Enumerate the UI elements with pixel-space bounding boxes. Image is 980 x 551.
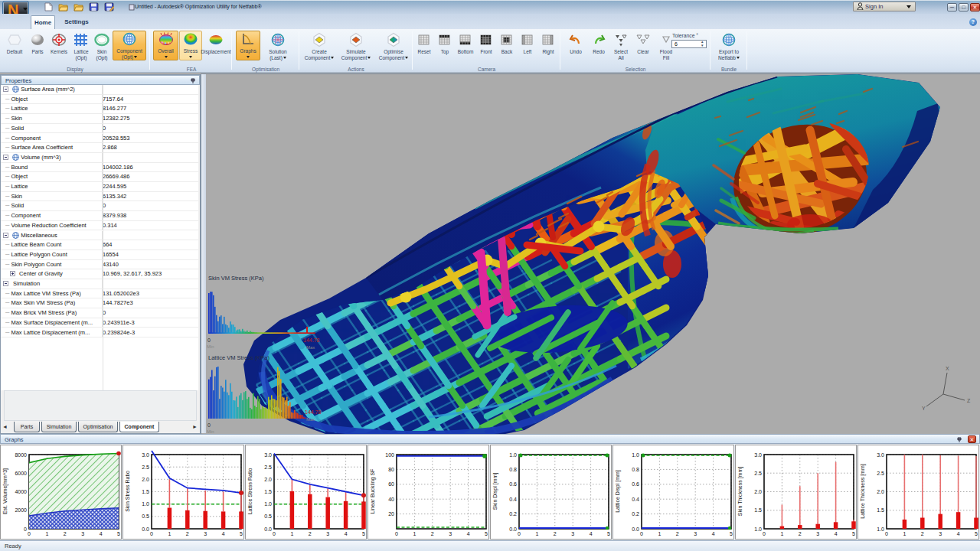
svg-text:0.2: 0.2 bbox=[632, 511, 639, 517]
svg-text:Lattice VM Stress (KPa): Lattice VM Stress (KPa) bbox=[208, 354, 270, 361]
svg-text:3: 3 bbox=[326, 531, 329, 536]
svg-text:5: 5 bbox=[975, 531, 978, 536]
svg-text:2.5: 2.5 bbox=[142, 465, 149, 470]
svg-text:Skin VM Stress (KPa): Skin VM Stress (KPa) bbox=[208, 275, 264, 282]
svg-text:Skin Stress Ratio: Skin Stress Ratio bbox=[125, 471, 130, 512]
svg-text:0: 0 bbox=[207, 337, 211, 343]
svg-text:1.5: 1.5 bbox=[142, 489, 149, 494]
svg-text:Lattice Thickness [mm]: Lattice Thickness [mm] bbox=[860, 464, 866, 519]
svg-text:2.5: 2.5 bbox=[754, 471, 762, 476]
svg-text:2: 2 bbox=[309, 531, 312, 536]
svg-text:1.5: 1.5 bbox=[754, 507, 762, 513]
svg-text:0: 0 bbox=[763, 531, 766, 536]
svg-text:2: 2 bbox=[64, 531, 67, 536]
svg-text:4: 4 bbox=[222, 531, 225, 536]
svg-text:Min: Min bbox=[207, 344, 214, 349]
svg-text:0: 0 bbox=[150, 531, 153, 536]
svg-text:3: 3 bbox=[939, 531, 942, 536]
svg-text:3: 3 bbox=[816, 531, 819, 536]
svg-text:0.8: 0.8 bbox=[509, 467, 517, 472]
svg-text:4: 4 bbox=[835, 531, 838, 536]
svg-text:1.0: 1.0 bbox=[264, 501, 272, 507]
svg-text:5: 5 bbox=[362, 531, 365, 536]
svg-text:1.5: 1.5 bbox=[877, 507, 884, 513]
svg-text:1.0: 1.0 bbox=[632, 452, 639, 458]
svg-text:80: 80 bbox=[388, 467, 394, 472]
svg-text:40: 40 bbox=[388, 497, 394, 502]
svg-text:1: 1 bbox=[168, 531, 171, 536]
svg-text:Linear Buckling SF: Linear Buckling SF bbox=[370, 469, 376, 514]
svg-text:5: 5 bbox=[485, 531, 488, 536]
svg-text:3: 3 bbox=[571, 531, 574, 536]
svg-text:Lattice Displ [mm]: Lattice Displ [mm] bbox=[615, 470, 621, 513]
svg-text:Skin Thickness [mm]: Skin Thickness [mm] bbox=[737, 467, 743, 516]
svg-text:0.0: 0.0 bbox=[264, 527, 272, 532]
svg-text:Y: Y bbox=[922, 406, 926, 411]
svg-text:0: 0 bbox=[28, 531, 31, 536]
svg-text:3: 3 bbox=[449, 531, 452, 536]
svg-text:4: 4 bbox=[100, 531, 103, 536]
svg-text:0.4: 0.4 bbox=[632, 497, 639, 502]
svg-text:0.0: 0.0 bbox=[142, 527, 149, 532]
svg-text:2.0: 2.0 bbox=[754, 489, 762, 494]
svg-text:2: 2 bbox=[676, 531, 679, 536]
svg-text:4: 4 bbox=[712, 531, 715, 536]
svg-text:1: 1 bbox=[290, 531, 293, 536]
svg-text:1: 1 bbox=[45, 531, 48, 536]
svg-text:4: 4 bbox=[590, 531, 593, 536]
svg-text:1.0: 1.0 bbox=[877, 527, 884, 532]
svg-text:2.5: 2.5 bbox=[877, 471, 884, 476]
svg-text:2: 2 bbox=[554, 531, 557, 536]
svg-text:1: 1 bbox=[780, 531, 783, 536]
svg-text:100: 100 bbox=[385, 452, 394, 458]
svg-text:2.0: 2.0 bbox=[877, 489, 884, 494]
svg-text:8000: 8000 bbox=[15, 452, 27, 458]
svg-text:5: 5 bbox=[607, 531, 610, 536]
svg-text:0: 0 bbox=[518, 531, 521, 536]
svg-text:4: 4 bbox=[957, 531, 960, 536]
svg-text:0: 0 bbox=[640, 531, 643, 536]
svg-text:2000: 2000 bbox=[15, 507, 27, 513]
svg-text:2: 2 bbox=[186, 531, 189, 536]
svg-text:2: 2 bbox=[921, 531, 924, 536]
svg-text:0: 0 bbox=[273, 531, 276, 536]
svg-text:0.4: 0.4 bbox=[509, 497, 517, 502]
svg-text:0: 0 bbox=[207, 422, 211, 428]
svg-text:X: X bbox=[946, 366, 949, 371]
svg-text:2.0: 2.0 bbox=[142, 477, 149, 482]
svg-text:3: 3 bbox=[204, 531, 207, 536]
svg-text:0.8: 0.8 bbox=[632, 467, 639, 472]
svg-text:5: 5 bbox=[730, 531, 733, 536]
svg-text:0: 0 bbox=[24, 527, 27, 532]
svg-text:0.6: 0.6 bbox=[632, 481, 639, 487]
svg-text:0.0: 0.0 bbox=[509, 527, 517, 532]
svg-text:3.0: 3.0 bbox=[754, 452, 762, 458]
svg-text:60: 60 bbox=[388, 481, 394, 487]
svg-text:Max: Max bbox=[306, 345, 315, 350]
svg-text:1.0: 1.0 bbox=[142, 501, 149, 507]
svg-text:0.2: 0.2 bbox=[509, 511, 517, 517]
svg-text:1: 1 bbox=[413, 531, 416, 536]
svg-text:2: 2 bbox=[799, 531, 802, 536]
svg-text:Lattice Stress Ratio: Lattice Stress Ratio bbox=[247, 468, 253, 515]
svg-text:1: 1 bbox=[535, 531, 538, 536]
svg-text:2.5: 2.5 bbox=[264, 465, 272, 470]
svg-text:0.5: 0.5 bbox=[264, 514, 272, 519]
svg-text:5: 5 bbox=[117, 531, 120, 536]
svg-text:Max: Max bbox=[306, 417, 315, 422]
svg-text:144.78: 144.78 bbox=[305, 409, 322, 415]
svg-text:0.0: 0.0 bbox=[632, 527, 639, 532]
svg-text:1.0: 1.0 bbox=[509, 452, 517, 458]
svg-text:3: 3 bbox=[81, 531, 84, 536]
svg-text:0.5: 0.5 bbox=[142, 514, 149, 519]
svg-text:6000: 6000 bbox=[15, 471, 27, 476]
svg-text:Z: Z bbox=[967, 398, 971, 403]
svg-text:5: 5 bbox=[852, 531, 855, 536]
svg-text:0: 0 bbox=[395, 531, 398, 536]
svg-text:1: 1 bbox=[903, 531, 906, 536]
svg-text:4: 4 bbox=[467, 531, 470, 536]
svg-text:1: 1 bbox=[658, 531, 661, 536]
svg-text:3.0: 3.0 bbox=[142, 452, 149, 458]
svg-text:20: 20 bbox=[388, 511, 394, 517]
svg-text:4: 4 bbox=[345, 531, 348, 536]
